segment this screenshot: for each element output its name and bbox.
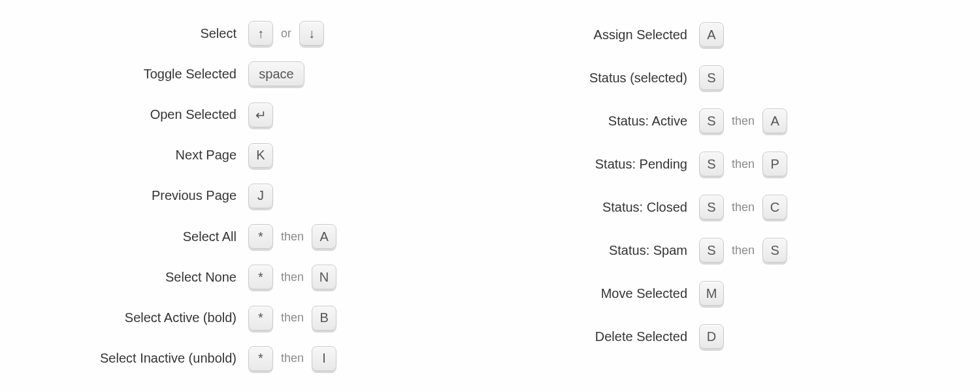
shortcut-keys: *thenI (248, 346, 336, 371)
key-C: C (762, 195, 787, 220)
shortcut-keys: *thenA (248, 224, 336, 249)
key-connector: then (281, 270, 304, 284)
shortcut-row: Toggle Selectedspace (39, 54, 490, 94)
key-S: S (699, 238, 724, 263)
shortcut-row: Move SelectedM (490, 272, 941, 315)
shortcut-row: Status: ClosedSthenC (490, 186, 941, 229)
shortcut-label: Select All (39, 229, 248, 244)
key-connector: then (732, 201, 755, 214)
shortcut-row: Status (selected)S (490, 56, 941, 99)
key-S: S (699, 108, 724, 133)
key-connector: then (732, 244, 755, 257)
shortcut-keys: ↑or↓ (248, 21, 324, 46)
shortcut-label: Status (selected) (490, 71, 699, 86)
shortcut-keys: K (248, 143, 273, 168)
shortcut-row: Previous PageJ (39, 176, 490, 216)
key-M: M (699, 281, 724, 306)
shortcut-row: Status: PendingSthenP (490, 142, 941, 186)
key-connector: or (281, 27, 291, 41)
key-enter: ↵ (248, 103, 273, 127)
key-S: S (699, 152, 724, 176)
shortcut-keys: A (699, 22, 724, 47)
shortcut-row: Select Inactive (unbold)*thenI (39, 338, 490, 379)
shortcut-label: Toggle Selected (39, 67, 248, 82)
shortcut-label: Open Selected (39, 107, 248, 122)
shortcut-row: Status: ActiveSthenA (490, 99, 941, 142)
key-arrow_down: ↓ (299, 21, 324, 46)
shortcut-keys: SthenA (699, 108, 787, 133)
shortcut-keys: *thenB (248, 306, 336, 331)
shortcut-keys: *thenN (248, 265, 336, 289)
shortcut-row: Select All*thenA (39, 216, 490, 257)
key-A: A (762, 108, 787, 133)
shortcut-row: Next PageK (39, 135, 490, 176)
key-A: A (312, 224, 336, 249)
shortcut-label: Previous Page (39, 188, 248, 203)
key-B: B (312, 306, 336, 331)
key-connector: then (281, 351, 304, 365)
key-A: A (699, 22, 724, 47)
shortcut-keys: ↵ (248, 103, 273, 127)
shortcut-row: Select↑or↓ (39, 13, 490, 54)
shortcut-label: Select Inactive (unbold) (39, 351, 248, 366)
shortcut-keys: space (248, 61, 304, 86)
shortcut-label: Status: Pending (490, 157, 699, 172)
key-S: S (762, 238, 787, 263)
shortcut-column-right: Assign SelectedAStatus (selected)SStatus… (490, 13, 941, 379)
shortcut-label: Status: Active (490, 114, 699, 129)
shortcut-keys: J (248, 184, 273, 208)
shortcut-keys: S (699, 65, 724, 90)
shortcut-label: Assign Selected (490, 27, 699, 42)
key-N: N (312, 265, 336, 289)
key-S: S (699, 195, 724, 220)
shortcut-keys: M (699, 281, 724, 306)
shortcut-column-left: Select↑or↓Toggle SelectedspaceOpen Selec… (39, 13, 490, 379)
shortcut-keys: SthenC (699, 195, 787, 220)
key-connector: then (281, 311, 304, 325)
shortcut-label: Select None (39, 270, 248, 285)
shortcut-label: Delete Selected (490, 329, 699, 344)
shortcut-keys: SthenP (699, 152, 787, 176)
key-S: S (699, 65, 724, 90)
key-star: * (248, 346, 273, 371)
shortcut-row: Delete SelectedD (490, 315, 941, 358)
key-connector: then (732, 157, 755, 171)
shortcut-label: Select (39, 26, 248, 41)
shortcut-row: Select None*thenN (39, 257, 490, 297)
shortcut-row: Status: SpamSthenS (490, 229, 941, 272)
key-J: J (248, 184, 273, 208)
key-K: K (248, 143, 273, 168)
shortcut-row: Open Selected↵ (39, 94, 490, 135)
shortcut-label: Status: Closed (490, 200, 699, 215)
shortcut-keys: SthenS (699, 238, 787, 263)
key-star: * (248, 306, 273, 331)
key-star: * (248, 265, 273, 289)
shortcut-keys: D (699, 324, 724, 349)
shortcut-row: Select Active (bold)*thenB (39, 298, 490, 338)
key-arrow_up: ↑ (248, 21, 273, 46)
key-D: D (699, 324, 724, 349)
key-connector: then (281, 230, 304, 244)
shortcut-row: Assign SelectedA (490, 13, 941, 56)
key-connector: then (732, 114, 755, 128)
shortcut-label: Select Active (bold) (39, 310, 248, 325)
key-star: * (248, 224, 273, 249)
shortcut-label: Next Page (39, 148, 248, 163)
key-P: P (762, 152, 787, 176)
shortcut-columns: Select↑or↓Toggle SelectedspaceOpen Selec… (0, 0, 980, 392)
key-space: space (248, 61, 304, 86)
shortcut-label: Status: Spam (490, 243, 699, 258)
key-I: I (312, 346, 336, 371)
shortcut-label: Move Selected (490, 286, 699, 301)
